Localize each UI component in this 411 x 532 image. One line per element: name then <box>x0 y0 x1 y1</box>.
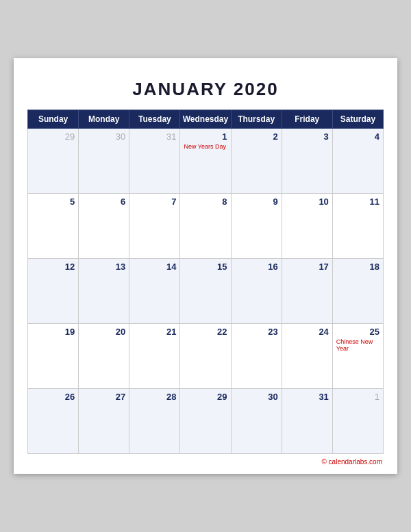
day-number: 21 <box>133 327 176 337</box>
calendar-footer: © calendarlabs.com <box>27 454 384 467</box>
calendar-cell: 9 <box>231 194 282 259</box>
day-number: 6 <box>82 197 125 207</box>
calendar-cell: 2 <box>231 129 282 194</box>
day-number: 27 <box>82 392 125 402</box>
calendar-cell: 10 <box>282 194 332 259</box>
day-number: 29 <box>184 392 227 402</box>
day-number: 4 <box>336 131 379 142</box>
day-number: 31 <box>133 131 176 142</box>
calendar-cell: 22 <box>180 324 231 389</box>
day-number: 7 <box>133 197 176 207</box>
calendar-cell: 23 <box>231 324 282 389</box>
day-header-thursday: Thursday <box>231 110 282 129</box>
calendar-cell: 29 <box>180 389 231 454</box>
calendar-cell: 21 <box>129 324 180 389</box>
calendar-table: SundayMondayTuesdayWednesdayThursdayFrid… <box>27 110 384 454</box>
calendar-cell: 31 <box>129 129 180 194</box>
day-number: 13 <box>82 262 125 272</box>
day-header-wednesday: Wednesday <box>180 110 231 129</box>
day-header-sunday: Sunday <box>28 110 79 129</box>
calendar-cell: 4 <box>332 129 383 194</box>
calendar-cell: 6 <box>79 194 129 259</box>
day-number: 19 <box>32 327 75 337</box>
day-number: 25 <box>336 327 379 337</box>
day-number: 16 <box>235 262 278 272</box>
holiday-label: New Years Day <box>184 143 227 150</box>
day-header-friday: Friday <box>282 110 332 129</box>
calendar-cell: 1New Years Day <box>180 129 231 194</box>
calendar-cell: 20 <box>79 324 129 389</box>
calendar-week-row: 19202122232425Chinese New Year <box>28 324 384 389</box>
day-number: 23 <box>235 327 278 337</box>
calendar-week-row: 2627282930311 <box>28 389 384 454</box>
day-number: 3 <box>286 131 329 142</box>
calendar-cell: 8 <box>180 194 231 259</box>
footer-copyright: © calendarlabs.com <box>321 458 382 466</box>
calendar-cell: 15 <box>180 259 231 324</box>
day-number: 31 <box>286 392 329 402</box>
day-number: 26 <box>32 392 75 402</box>
calendar-cell: 7 <box>129 194 180 259</box>
day-number: 20 <box>82 327 125 337</box>
day-number: 22 <box>184 327 227 337</box>
day-number: 2 <box>235 131 278 142</box>
days-header-row: SundayMondayTuesdayWednesdayThursdayFrid… <box>28 110 384 129</box>
day-header-tuesday: Tuesday <box>129 110 180 129</box>
day-number: 30 <box>235 392 278 402</box>
holiday-label: Chinese New Year <box>336 338 379 352</box>
day-number: 10 <box>286 197 329 207</box>
calendar-cell: 19 <box>28 324 79 389</box>
calendar-cell: 12 <box>28 259 79 324</box>
calendar-week-row: 12131415161718 <box>28 259 384 324</box>
calendar-cell: 14 <box>129 259 180 324</box>
calendar-page: JANUARY 2020 SundayMondayTuesdayWednesda… <box>14 58 397 474</box>
day-header-saturday: Saturday <box>332 110 383 129</box>
day-number: 12 <box>32 262 75 272</box>
calendar-cell: 29 <box>28 129 79 194</box>
calendar-cell: 16 <box>231 259 282 324</box>
day-number: 29 <box>32 131 75 142</box>
day-number: 18 <box>336 262 379 272</box>
day-number: 9 <box>235 197 278 207</box>
calendar-cell: 3 <box>282 129 332 194</box>
day-number: 11 <box>336 197 379 207</box>
day-header-monday: Monday <box>79 110 129 129</box>
calendar-cell: 13 <box>79 259 129 324</box>
calendar-title: JANUARY 2020 <box>27 72 384 110</box>
calendar-cell: 28 <box>129 389 180 454</box>
calendar-cell: 5 <box>28 194 79 259</box>
calendar-week-row: 2930311New Years Day234 <box>28 129 384 194</box>
day-number: 5 <box>32 197 75 207</box>
day-number: 30 <box>82 131 125 142</box>
calendar-cell: 1 <box>332 389 383 454</box>
calendar-cell: 30 <box>231 389 282 454</box>
calendar-cell: 18 <box>332 259 383 324</box>
calendar-cell: 24 <box>282 324 332 389</box>
calendar-cell: 27 <box>79 389 129 454</box>
day-number: 14 <box>133 262 176 272</box>
calendar-cell: 11 <box>332 194 383 259</box>
day-number: 1 <box>336 392 379 402</box>
calendar-cell: 17 <box>282 259 332 324</box>
day-number: 17 <box>286 262 329 272</box>
calendar-cell: 25Chinese New Year <box>332 324 383 389</box>
calendar-week-row: 567891011 <box>28 194 384 259</box>
day-number: 1 <box>184 131 227 142</box>
calendar-cell: 26 <box>28 389 79 454</box>
day-number: 8 <box>184 197 227 207</box>
calendar-cell: 31 <box>282 389 332 454</box>
day-number: 15 <box>184 262 227 272</box>
day-number: 24 <box>286 327 329 337</box>
calendar-cell: 30 <box>79 129 129 194</box>
day-number: 28 <box>133 392 176 402</box>
